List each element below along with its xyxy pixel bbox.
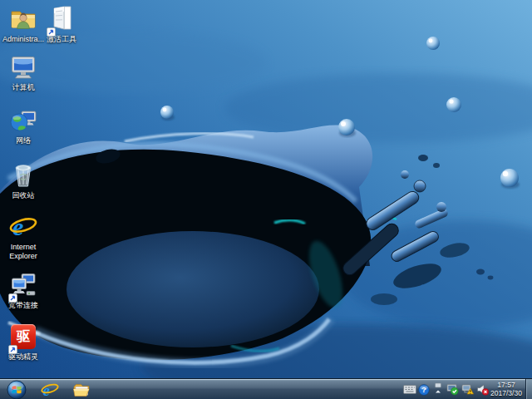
- wallpaper-water-splash: [0, 0, 532, 399]
- show-hidden-icons-button[interactable]: [432, 379, 444, 399]
- taskbar-clock[interactable]: 17:57 2017/3/30: [485, 381, 527, 398]
- desktop-icon-recycle-bin[interactable]: 回收站: [0, 161, 47, 200]
- svg-text:e: e: [12, 213, 23, 240]
- icon-label: 回收站: [12, 191, 35, 200]
- clock-time: 17:57: [485, 381, 527, 389]
- desktop-icon-driver-genius[interactable]: 驱 驱动精灵: [0, 323, 47, 362]
- desktop-icon-computer[interactable]: 计算机: [0, 53, 47, 92]
- desktop-icon-network[interactable]: 网络: [0, 106, 47, 145]
- help-icon[interactable]: ?: [417, 379, 431, 399]
- clock-date: 2017/3/30: [485, 389, 527, 397]
- show-desktop-button[interactable]: [525, 379, 532, 399]
- taskbar-internet-explorer-button[interactable]: e: [37, 379, 63, 399]
- internet-explorer-icon: e: [41, 381, 59, 399]
- computer-icon: [9, 53, 37, 81]
- desktop-icon-activation-tool[interactable]: 激活工具: [38, 5, 85, 44]
- taskbar: e ?: [0, 378, 532, 399]
- icon-label: Internet Explorer: [0, 243, 47, 261]
- network-icon: [9, 106, 37, 135]
- activation-tool-icon: [47, 5, 76, 33]
- safety-check-icon[interactable]: [445, 379, 460, 399]
- shortcut-arrow-icon: [47, 25, 56, 34]
- shortcut-arrow-icon: [8, 342, 17, 352]
- network-warning-icon[interactable]: [460, 379, 475, 399]
- icon-label: 网络: [16, 136, 31, 145]
- svg-text:?: ?: [421, 385, 426, 394]
- icon-label: 计算机: [12, 83, 35, 92]
- driver-genius-icon: 驱: [9, 323, 37, 351]
- recycle-bin-icon: [9, 161, 37, 190]
- shortcut-arrow-icon: [8, 291, 17, 300]
- input-method-keyboard-icon[interactable]: [402, 379, 417, 399]
- desktop-icon-internet-explorer[interactable]: e Internet Explorer: [0, 213, 47, 261]
- internet-explorer-icon: e: [9, 213, 37, 241]
- taskbar-windows-explorer-button[interactable]: [68, 379, 95, 399]
- user-folder-icon: [9, 5, 37, 33]
- start-button[interactable]: [5, 379, 28, 399]
- svg-text:e: e: [43, 381, 51, 398]
- folder-icon: [72, 381, 91, 399]
- desktop-icon-broadband-connection[interactable]: 宽带连接: [0, 271, 47, 310]
- broadband-connection-icon: [9, 271, 37, 299]
